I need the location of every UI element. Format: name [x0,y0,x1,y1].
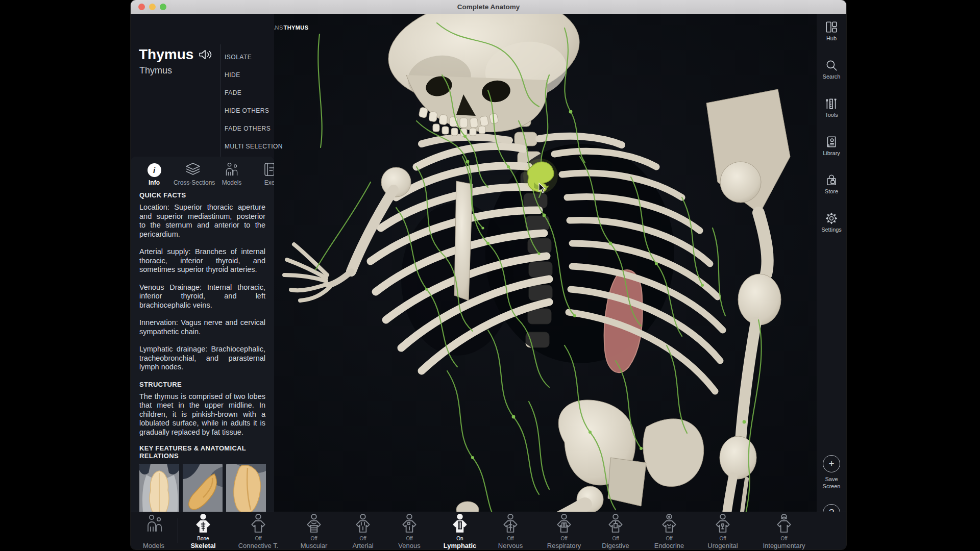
toolbar-urogenital[interactable]: Off Urogenital [693,514,752,549]
toolbar-digestive[interactable]: Off Digestive [586,514,645,549]
fact-arterial-supply: Arterial supply: Branches of internal th… [139,247,265,274]
hub-icon [825,20,838,34]
respiratory-system-icon [555,514,573,533]
info-panel: i Info Cross-Sections [131,157,274,512]
context-menu-isolate[interactable]: ISOLATE [225,54,252,61]
toolbar-integumentary[interactable]: Off Integumentary [754,514,814,549]
view-thumbnails: Anterior L.Lateral [139,464,265,512]
models-people-icon [145,514,162,533]
structure-heading: STRUCTURE [139,381,265,388]
sidebar-item-search[interactable]: Search [823,59,841,97]
nervous-system-icon [502,514,519,533]
zoom-window-button[interactable] [160,4,166,10]
skeletal-system-icon [194,514,212,533]
info-icon: i [148,163,161,177]
sidebar-item-tools[interactable]: Tools [825,97,838,135]
context-menu-hide[interactable]: HIDE [225,71,240,79]
store-bag-icon [825,173,838,187]
arterial-system-icon [354,514,372,533]
save-screen-button[interactable]: + Save Screen [820,455,843,490]
window-title: Complete Anatomy [457,3,520,11]
context-menu-hide-others[interactable]: HIDE OTHERS [225,107,270,114]
integumentary-system-icon [775,514,793,533]
thumbnail-posterior[interactable]: Posterior [226,464,266,512]
sidebar-item-settings[interactable]: Settings [821,212,842,250]
selected-structure-title: Thymus [139,46,193,63]
minimize-window-button[interactable] [149,4,156,10]
connective-tissue-icon [250,514,267,533]
window-controls [138,4,166,10]
thumbnail-anterior[interactable]: Anterior [139,464,179,512]
tab-cross-sections[interactable]: Cross-Sections [174,161,212,186]
search-icon [825,59,838,72]
library-book-icon [825,135,838,148]
digestive-system-icon [607,514,624,533]
quick-facts-heading: QUICK FACTS [139,191,265,199]
sidebar-item-store[interactable]: Store [825,173,838,212]
structure-text: The thymus is comprised of two lobes tha… [139,392,265,437]
sidebar-item-library[interactable]: Library [823,135,840,173]
plus-icon: + [823,455,840,472]
urogenital-system-icon [714,514,731,533]
thumbnail-l-lateral[interactable]: L.Lateral [183,464,223,512]
models-people-icon [224,162,239,177]
breadcrumb-thymus[interactable]: THYMUS [284,24,309,31]
toolbar-respiratory[interactable]: Off Respiratory [534,514,594,549]
tools-icon [825,97,838,110]
lymphatic-system-icon [451,514,469,533]
context-menu-fade-others[interactable]: FADE OTHERS [225,125,271,132]
close-window-button[interactable] [138,4,145,10]
layers-icon [185,163,201,177]
left-panel: Thymus Thymus ISOLATE HIDE FADE HIDE OTH… [131,14,274,512]
tab-models[interactable]: Models [212,161,251,186]
l-lateral-thymus-image [183,464,223,512]
toolbar-endocrine[interactable]: Off Endocrine [640,514,699,549]
tab-info[interactable]: i Info [135,161,174,186]
sidebar-item-hub[interactable]: Hub [825,20,838,59]
pronounce-speaker-icon[interactable] [199,49,213,60]
info-content: QUICK FACTS Location: Superior thoracic … [139,191,265,512]
fact-location: Location: Superior thoracic aperture and… [139,203,265,239]
venous-system-icon [401,514,418,533]
app-window: Complete Anatomy [131,0,846,549]
muscular-system-icon [305,514,323,533]
fact-innervation: Innervation: Vagus nerve and cervical sy… [139,318,265,336]
fact-lymphatic-drainage: Lymphatic drainage: Brachiocephalic, tra… [139,345,265,372]
toolbar-connective-tissue[interactable]: Off Connective T. [229,514,288,549]
fact-venous-drainage: Venous Drainage: Internal thoracic, infe… [139,283,265,310]
posterior-thymus-image [226,464,266,512]
save-screen-label: Save Screen [820,475,843,490]
context-menu-fade[interactable]: FADE [225,89,241,96]
context-menu-divider [220,44,221,158]
systems-toolbar: Models Bone Skeletal Off Connective T. [131,512,846,549]
settings-gear-icon [825,212,838,225]
anterior-thymus-image [139,464,179,512]
toolbar-skeletal[interactable]: Bone Skeletal [174,514,233,549]
titlebar[interactable]: Complete Anatomy [131,0,846,14]
selected-structure-subtitle: Thymus [139,65,172,76]
endocrine-system-icon [660,514,678,533]
key-features-heading: KEY FEATURES & ANATOMICAL RELATIONS [139,444,265,460]
tab-exercises[interactable]: Exer [251,161,274,186]
context-menu-multi-selection[interactable]: MULTI SELECTION [225,143,283,150]
toolbar-nervous[interactable]: Off Nervous [481,514,540,549]
exercises-icon [263,162,274,177]
right-sidebar: Hub Search Tools Library [817,14,846,549]
